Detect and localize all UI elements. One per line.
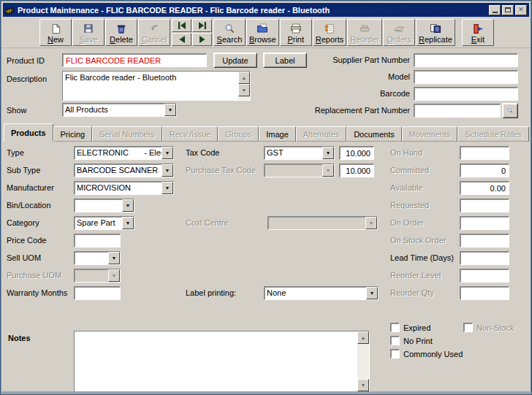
show-value: All Products — [63, 104, 164, 116]
next-record-button[interactable] — [192, 33, 212, 46]
description-field[interactable]: Flic Barcode reader - Bluetooth ▲ ▼ — [62, 71, 251, 101]
update-button[interactable]: Update — [213, 53, 257, 68]
scroll-up-icon[interactable]: ▲ — [357, 331, 369, 344]
delete-trash-icon — [116, 23, 126, 35]
tax-code-dropdown[interactable]: GST ▼ — [264, 146, 335, 160]
sell-uom-dropdown[interactable]: ▼ — [74, 251, 121, 265]
expired-label: Expired — [403, 323, 430, 332]
cancel-button-label: Cancel — [142, 35, 167, 45]
tab-products[interactable]: Products — [4, 123, 53, 142]
exit-button[interactable]: Exit — [462, 19, 494, 46]
notes-field[interactable]: ▲ ▼ — [74, 331, 370, 392]
reorder-level-field — [460, 269, 509, 283]
chevron-down-icon[interactable]: ▼ — [322, 147, 334, 159]
delete-button[interactable]: Delete — [105, 19, 137, 46]
lead-time-label: Lead Time (Days) — [390, 253, 454, 262]
type-label: Type — [7, 148, 24, 157]
committed-field — [460, 164, 509, 177]
maximize-button[interactable] — [502, 5, 514, 15]
bin-location-label: Bin/Location — [7, 201, 51, 210]
notes-scrollbar[interactable]: ▲ ▼ — [357, 331, 369, 391]
save-button-label: Save — [79, 35, 97, 45]
description-scrollbar[interactable]: ▲ ▼ — [238, 72, 250, 100]
scroll-down-icon[interactable]: ▼ — [357, 379, 369, 391]
replacement-part-number-label: Replacement Part Number — [300, 106, 410, 115]
cost-centre-label: Cost Centre — [186, 218, 229, 227]
chevron-down-icon[interactable]: ▼ — [122, 199, 134, 212]
model-field[interactable] — [414, 70, 518, 84]
tab-image[interactable]: Image — [259, 126, 295, 142]
reports-button[interactable]: Reports — [313, 19, 347, 46]
chevron-down-icon[interactable]: ▼ — [162, 147, 173, 159]
tab-pricing[interactable]: Pricing — [53, 126, 93, 142]
product-id-field[interactable] — [62, 53, 207, 67]
purchase-tax-code-dropdown: ▼ — [264, 164, 335, 177]
notes-textarea[interactable] — [75, 331, 357, 391]
bin-location-dropdown[interactable]: ▼ — [74, 199, 134, 212]
chevron-down-icon[interactable]: ▼ — [108, 252, 120, 264]
chevron-down-icon[interactable]: ▼ — [366, 287, 378, 299]
manufacturer-dropdown[interactable]: MICROVISION ▼ — [74, 181, 174, 195]
tax-rate-field[interactable] — [339, 146, 374, 160]
browse-folder-icon — [256, 23, 268, 35]
warranty-months-field[interactable] — [74, 286, 121, 300]
sub-type-value: BARCODE SCANNER - — [75, 164, 162, 177]
model-label: Model — [308, 72, 410, 81]
commonly-used-checkbox[interactable] — [390, 349, 400, 358]
first-record-button[interactable] — [172, 19, 191, 32]
lead-time-field[interactable] — [460, 251, 509, 265]
search-button[interactable]: Search — [213, 19, 246, 46]
cost-centre-value — [268, 217, 365, 229]
expired-checkbox[interactable] — [390, 323, 400, 332]
scroll-down-icon[interactable]: ▼ — [238, 84, 250, 96]
sub-type-dropdown[interactable]: BARCODE SCANNER - ▼ — [74, 164, 174, 177]
no-print-checkbox[interactable] — [390, 336, 400, 345]
price-code-field[interactable] — [74, 234, 121, 248]
description-label: Description — [7, 74, 47, 83]
new-button[interactable]: New — [39, 19, 72, 46]
on-order-label: On Order — [390, 218, 424, 227]
print-button[interactable]: Print — [280, 19, 312, 46]
show-dropdown[interactable]: All Products ▼ — [62, 103, 177, 117]
on-hand-field — [460, 146, 509, 160]
chevron-down-icon[interactable]: ▼ — [164, 104, 176, 116]
title-bar[interactable]: Product Maintenance - FLIC BARCODE READE… — [3, 3, 529, 17]
description-textarea[interactable]: Flic Barcode reader - Bluetooth — [63, 72, 238, 100]
label-printing-dropdown[interactable]: None ▼ — [264, 286, 379, 300]
label-printing-value: None — [265, 287, 366, 299]
type-dropdown[interactable]: ELECTRONIC - Elect ▼ — [74, 146, 174, 160]
replacement-lookup-button[interactable] — [502, 103, 518, 118]
bin-location-value — [75, 199, 122, 212]
chevron-down-icon[interactable]: ▼ — [122, 217, 134, 229]
tax-code-value: GST — [265, 147, 322, 159]
reorder-level-label: Reorder Level — [390, 271, 441, 280]
category-dropdown[interactable]: Spare Part ▼ — [74, 216, 134, 230]
supplier-part-number-field[interactable] — [414, 53, 518, 67]
replicate-button[interactable]: Replicate — [416, 19, 455, 46]
exit-door-icon — [472, 23, 483, 35]
warranty-months-label: Warranty Months — [7, 288, 67, 297]
purchase-tax-rate-field[interactable] — [339, 164, 374, 177]
scroll-up-icon[interactable]: ▲ — [238, 72, 250, 84]
purchase-uom-label: Purchase UOM — [7, 271, 61, 280]
minimize-button[interactable] — [489, 5, 501, 15]
category-value: Spare Part — [75, 217, 122, 229]
tab-documents[interactable]: Documents — [346, 126, 402, 142]
browse-button[interactable]: Browse — [246, 19, 279, 46]
chevron-down-icon[interactable]: ▼ — [162, 164, 173, 177]
toolbar: New Save Delete Cancel Search Browse — [1, 17, 531, 48]
delete-button-label: Delete — [110, 35, 133, 45]
last-record-button[interactable] — [192, 19, 212, 32]
search-button-label: Search — [217, 35, 243, 45]
cancel-button: Cancel — [138, 19, 170, 46]
supplier-part-number-label: Supplier Part Number — [308, 55, 410, 64]
previous-record-button[interactable] — [172, 33, 191, 46]
chevron-down-icon[interactable]: ▼ — [162, 182, 173, 194]
replicate-button-label: Replicate — [419, 35, 452, 45]
orders-icon — [393, 23, 405, 35]
label-button[interactable]: Label — [263, 53, 307, 68]
replacement-part-number-field[interactable] — [414, 104, 501, 118]
close-button[interactable]: ✕ — [515, 5, 527, 15]
barcode-field[interactable] — [414, 87, 518, 101]
reorder-qty-field — [460, 286, 509, 300]
